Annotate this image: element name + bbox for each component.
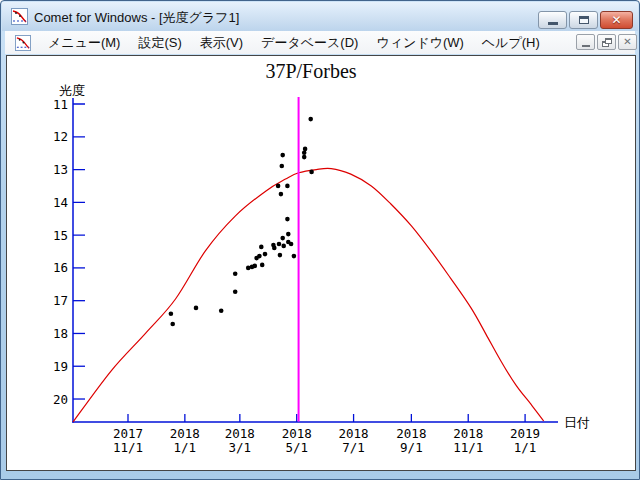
close-button[interactable]: ✕ [600,11,633,29]
menu-item-settings[interactable]: 設定(S) [129,31,190,55]
maximize-restore-button[interactable] [569,11,598,29]
child-minimize-button[interactable] [576,34,595,50]
restore-icon [579,16,589,24]
title-bar: Comet for Windows - [光度グラフ1] ✕ [2,2,638,31]
minimize-icon [582,45,590,47]
app-icon comet-lightcurve-icon[interactable] [11,8,28,25]
minimize-button[interactable] [538,11,567,29]
menu-item-database[interactable]: データベース(D) [252,31,367,55]
app-window: Comet for Windows - [光度グラフ1] ✕ メニュー(M) 設… [0,0,640,480]
child-window-system-icon comet-lightcurve-icon[interactable] [15,35,31,51]
minimize-icon [548,22,558,25]
child-restore-button[interactable] [597,34,616,50]
menu-item-help[interactable]: ヘルプ(H) [473,31,549,55]
menu-item-menu[interactable]: メニュー(M) [39,31,129,55]
close-icon: ✕ [601,13,632,27]
chart-client-area [6,55,636,471]
child-close-button[interactable]: ✕ [618,34,637,50]
menu-item-view[interactable]: 表示(V) [191,31,252,55]
menu-item-window[interactable]: ウィンドウ(W) [367,31,472,55]
window-title: Comet for Windows - [光度グラフ1] [34,9,239,27]
close-icon: ✕ [619,36,636,47]
menu-bar: メニュー(M) 設定(S) 表示(V) データベース(D) ウィンドウ(W) ヘ… [5,31,635,54]
